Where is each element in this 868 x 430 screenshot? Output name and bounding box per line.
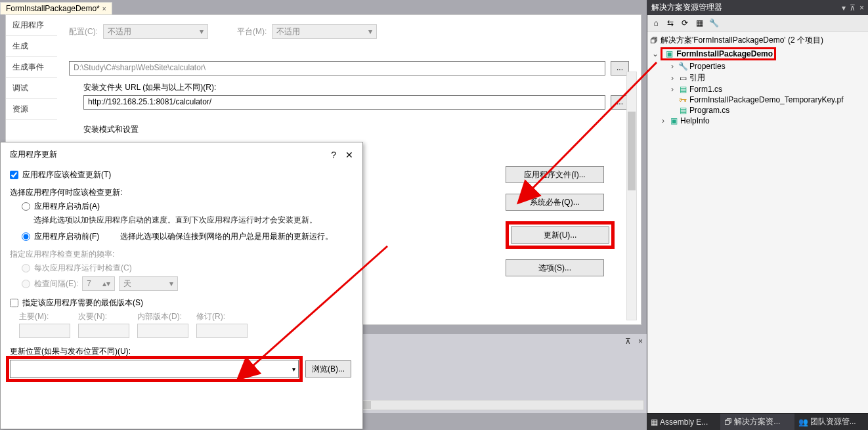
dialog-titlebar: 应用程序更新 ? ✕ xyxy=(10,149,353,160)
helpinfo-node[interactable]: HelpInfo xyxy=(680,116,710,125)
csharp-icon: ▤ xyxy=(678,106,688,115)
application-updates-dialog: 应用程序更新 ? ✕ 应用程序应该检查更新(T) 选择应用程序何时应该检查更新:… xyxy=(0,142,363,429)
scrollbar-thumb[interactable] xyxy=(628,112,636,190)
project-node[interactable]: FormInstallPackageDemo xyxy=(676,49,773,58)
interval-value-spinner: 7▴▾ xyxy=(82,276,115,291)
application-files-button[interactable]: 应用程序文件(I)... xyxy=(506,166,604,183)
nav-build-events[interactable]: 生成事件 xyxy=(6,57,57,78)
check-for-updates-input[interactable] xyxy=(10,171,18,179)
platform-label: 平台(M): xyxy=(237,26,267,37)
chevron-right-icon[interactable]: › xyxy=(659,116,667,125)
references-node[interactable]: 引用 xyxy=(689,72,705,83)
minor-input xyxy=(78,324,129,338)
solution-icon: 🗇 xyxy=(649,36,659,45)
side-area: 解决方案资源管理器 ▾ ⊼ × ⌂ ⇆ ⟳ ▦ 🔧 🗇 解决方案'FormIns… xyxy=(647,0,868,430)
check-frequency-section: 指定应用程序检查更新的频率: 每次应用程序运行时检查(C) 检查间隔(E): 7… xyxy=(10,249,353,291)
document-tab[interactable]: FormInstallPackageDemo* × xyxy=(0,2,112,14)
chevron-right-icon[interactable]: › xyxy=(668,62,676,71)
show-all-icon[interactable]: ▦ xyxy=(693,17,705,29)
update-location-combo[interactable]: ▾ xyxy=(10,360,299,378)
close-icon[interactable]: ✕ xyxy=(345,150,353,160)
chevron-right-icon[interactable]: › xyxy=(668,85,676,94)
references-icon: ▭ xyxy=(678,74,688,83)
min-version-checkbox[interactable]: 指定该应用程序需要的最低版本(S) xyxy=(10,297,353,309)
frequency-label: 指定应用程序检查更新的频率: xyxy=(10,249,353,260)
publish-path-input[interactable]: D:\Study\C#sharp\WebSite\calculator\ xyxy=(69,61,605,75)
close-icon[interactable]: × xyxy=(859,3,864,12)
nav-application[interactable]: 应用程序 xyxy=(6,15,57,36)
assembly-icon: ▦ xyxy=(651,418,658,427)
project-node-highlight: ▣ FormInstallPackageDemo xyxy=(661,47,776,60)
build-input xyxy=(137,324,188,338)
chevron-down-icon: ▾ xyxy=(169,279,173,288)
form1-node[interactable]: Form1.cs xyxy=(689,85,722,94)
chevron-down-icon: ▾ xyxy=(200,27,204,36)
version-grid: 主要(M): 次要(N): 内部版本(D): 修订(R): xyxy=(19,311,353,338)
form-icon: ▤ xyxy=(678,85,688,94)
properties-node[interactable]: Properties xyxy=(689,62,726,71)
when-label: 选择应用程序何时应该检查更新: xyxy=(10,187,353,198)
tab-assembly-explorer[interactable]: ▦Assembly E... xyxy=(647,414,720,430)
every-run-input xyxy=(22,264,30,272)
csproj-icon: ▣ xyxy=(664,49,674,58)
program-node[interactable]: Program.cs xyxy=(689,106,729,115)
key-node[interactable]: FormInstallPackageDemo_TemporaryKey.pf xyxy=(689,95,844,104)
config-combo[interactable]: 不适用▾ xyxy=(103,24,208,39)
close-icon[interactable]: × xyxy=(102,5,106,12)
nav-build[interactable]: 生成 xyxy=(6,36,57,57)
solution-root[interactable]: 解决方案'FormInstallPackageDemo' (2 个项目) xyxy=(661,35,823,46)
pin-icon[interactable]: ⊼ xyxy=(850,3,856,12)
before-start-input[interactable] xyxy=(22,232,30,241)
major-input xyxy=(19,324,70,338)
install-url-input[interactable]: http://192.168.25.1:8081/calculator/ xyxy=(83,95,605,110)
when-to-check-section: 选择应用程序何时应该检查更新: 应用程序启动后(A) 选择此选项以加快应用程序启… xyxy=(10,187,353,242)
install-url-label: 安装文件夹 URL (如果与以上不同)(R): xyxy=(69,82,629,93)
nav-debug[interactable]: 调试 xyxy=(6,78,57,99)
solution-explorer-toolbar: ⌂ ⇆ ⟳ ▦ 🔧 xyxy=(647,15,868,32)
prerequisites-button[interactable]: 系统必备(Q)... xyxy=(506,194,604,211)
team-icon: 👥 xyxy=(798,418,808,427)
editor-area: FormInstallPackageDemo* × 应用程序 生成 生成事件 调… xyxy=(0,0,647,430)
options-button[interactable]: 选项(S)... xyxy=(506,259,604,276)
install-mode-label: 安装模式和设置 xyxy=(69,124,629,135)
dialog-title: 应用程序更新 xyxy=(10,149,57,160)
document-tab-title: FormInstallPackageDemo* xyxy=(6,4,100,13)
after-start-radio[interactable]: 应用程序启动后(A) xyxy=(22,201,353,212)
wrench-icon: 🔧 xyxy=(678,62,688,71)
refresh-icon[interactable]: ⟳ xyxy=(679,17,691,29)
min-version-section: 指定该应用程序需要的最低版本(S) 主要(M): 次要(N): 内部版本(D):… xyxy=(10,297,353,338)
properties-icon[interactable]: 🔧 xyxy=(708,17,720,29)
help-icon[interactable]: ? xyxy=(331,150,336,160)
properties-vscrollbar[interactable] xyxy=(626,72,637,320)
publish-buttons-column: 应用程序文件(I)... 系统必备(Q)... 更新(U)... 选项(S)..… xyxy=(506,166,615,276)
platform-combo[interactable]: 不适用▾ xyxy=(272,24,377,39)
before-start-hint: 选择此选项以确保连接到网络的用户总是用最新的更新运行。 xyxy=(120,231,333,242)
chevron-right-icon[interactable]: › xyxy=(668,74,676,83)
before-start-radio[interactable]: 应用程序启动前(F) 选择此选项以确保连接到网络的用户总是用最新的更新运行。 xyxy=(22,231,353,242)
collapse-icon[interactable]: ⇆ xyxy=(664,17,676,29)
tab-team-explorer[interactable]: 👥团队资源管... xyxy=(794,414,868,430)
interval-input xyxy=(22,280,30,288)
browse-button[interactable]: 浏览(B)... xyxy=(305,360,351,377)
chevron-down-icon[interactable]: ⌄ xyxy=(651,49,659,58)
solution-explorer: 解决方案资源管理器 ▾ ⊼ × ⌂ ⇆ ⟳ ▦ 🔧 🗇 解决方案'FormIns… xyxy=(647,0,868,413)
solution-icon: 🗇 xyxy=(724,418,732,427)
close-icon[interactable]: × xyxy=(638,337,643,346)
check-for-updates-checkbox[interactable]: 应用程序应该检查更新(T) xyxy=(10,169,353,181)
solution-explorer-titlebar: 解决方案资源管理器 ▾ ⊼ × xyxy=(647,0,868,15)
document-tab-row: FormInstallPackageDemo* × xyxy=(0,0,112,14)
solution-tree[interactable]: 🗇 解决方案'FormInstallPackageDemo' (2 个项目) ⌄… xyxy=(647,32,868,129)
home-icon[interactable]: ⌂ xyxy=(650,17,662,29)
after-start-input[interactable] xyxy=(22,202,30,211)
side-tool-tabs: ▦Assembly E... 🗇解决方案资... 👥团队资源管... xyxy=(647,413,868,430)
revision-input xyxy=(196,324,248,338)
update-location-label: 更新位置(如果与发布位置不同)(U): xyxy=(10,346,353,357)
dropdown-icon[interactable]: ▾ xyxy=(842,3,846,12)
updates-button[interactable]: 更新(U)... xyxy=(511,226,609,244)
interval-unit-combo: 天▾ xyxy=(119,276,178,291)
nav-resources[interactable]: 资源 xyxy=(6,99,57,120)
pin-icon[interactable]: ⊼ xyxy=(625,337,631,346)
min-version-input[interactable] xyxy=(10,299,18,307)
tab-solution-explorer[interactable]: 🗇解决方案资... xyxy=(720,414,794,430)
publish-path-row: D:\Study\C#sharp\WebSite\calculator\ ... xyxy=(69,61,629,75)
